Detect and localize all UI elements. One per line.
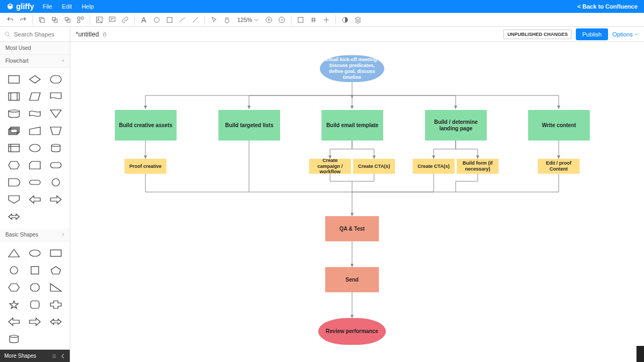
node-build-landing[interactable]: Build / determine landing page xyxy=(425,110,487,141)
line-tool-icon[interactable] xyxy=(189,14,201,26)
shape-arrow-r[interactable] xyxy=(25,314,44,329)
shape-arrow-l[interactable] xyxy=(4,314,23,329)
shape-multi-doc[interactable] xyxy=(4,123,23,138)
image-icon[interactable] xyxy=(93,14,105,26)
back-to-confluence-link[interactable]: < Back to Confluence xyxy=(577,3,638,10)
node-review[interactable]: Review performance xyxy=(318,318,386,345)
shape-triangle[interactable] xyxy=(4,246,23,261)
pan-tool-icon[interactable] xyxy=(221,14,233,26)
fit-icon[interactable] xyxy=(295,14,306,26)
shape-pentagon[interactable] xyxy=(47,263,65,278)
shape-manual-op[interactable] xyxy=(47,123,65,138)
search-shapes[interactable] xyxy=(0,27,70,42)
shape-tape[interactable] xyxy=(25,106,44,121)
undo-icon[interactable] xyxy=(4,14,16,26)
shape-arrow-both[interactable] xyxy=(47,314,65,329)
shape-terminator[interactable] xyxy=(47,158,65,173)
shape-hexagon[interactable] xyxy=(4,158,23,173)
shape-square[interactable] xyxy=(25,263,44,278)
link-icon[interactable] xyxy=(119,14,131,26)
shape-offpage[interactable] xyxy=(4,192,23,207)
zoom-level[interactable]: 125% xyxy=(234,17,262,23)
diagram-canvas[interactable]: Email kick-off meeting: Discuss predicat… xyxy=(70,42,644,362)
shape-database[interactable] xyxy=(4,106,23,121)
shape-circle-basic[interactable] xyxy=(4,263,23,278)
node-write-content[interactable]: Write content xyxy=(528,110,590,141)
close-icon[interactable]: × xyxy=(61,232,64,238)
node-create-campaign[interactable]: Create campaign / workflow xyxy=(309,159,351,174)
menu-edit[interactable]: Edit xyxy=(62,3,72,10)
zoom-in-icon[interactable] xyxy=(263,14,275,26)
snap-icon[interactable] xyxy=(320,14,332,26)
layers-icon[interactable] xyxy=(352,14,364,26)
node-qa-test[interactable]: QA & Test xyxy=(325,216,379,241)
shape-arrow-right[interactable] xyxy=(47,192,65,207)
section-label: Basic Shapes xyxy=(5,232,38,238)
shape-diamond[interactable] xyxy=(25,72,44,87)
square-tool-icon[interactable] xyxy=(164,14,175,26)
connector-tool-icon[interactable] xyxy=(177,14,188,26)
shape-oval[interactable] xyxy=(25,246,44,261)
bring-forward-icon[interactable] xyxy=(49,14,61,26)
node-build-form[interactable]: Build form (if necessary) xyxy=(457,159,499,174)
zoom-out-icon[interactable] xyxy=(276,14,288,26)
options-link[interactable]: Options xyxy=(612,31,639,38)
theme-icon[interactable] xyxy=(339,14,351,26)
shape-cylinder[interactable] xyxy=(47,141,65,156)
shape-star[interactable] xyxy=(4,297,23,312)
shape-rounded-square[interactable] xyxy=(25,297,44,312)
section-most-used[interactable]: Most Used xyxy=(0,42,70,55)
node-proof-creative[interactable]: Proof creative xyxy=(125,159,166,174)
node-build-template[interactable]: Build email template xyxy=(321,110,383,141)
logo[interactable]: gliffy xyxy=(6,2,34,11)
redo-icon[interactable] xyxy=(17,14,29,26)
close-icon[interactable]: × xyxy=(61,58,64,64)
shape-rounded-rect[interactable] xyxy=(47,72,65,87)
section-label: Flowchart xyxy=(5,58,28,64)
node-create-cta2[interactable]: Create CTA(s) xyxy=(413,159,455,174)
menu-file[interactable]: File xyxy=(42,3,52,10)
circle-tool-icon[interactable] xyxy=(151,14,163,26)
shape-ellipse[interactable] xyxy=(25,141,44,156)
send-backward-icon[interactable] xyxy=(62,14,74,26)
shape-cross[interactable] xyxy=(47,297,65,312)
note-icon[interactable] xyxy=(106,14,118,26)
shape-triangle-down[interactable] xyxy=(47,106,65,121)
shape-document[interactable] xyxy=(47,89,65,104)
shape-arrow-left[interactable] xyxy=(25,192,44,207)
document-title[interactable]: *untitled xyxy=(70,31,107,38)
node-edit-content[interactable]: Edit / proof Content xyxy=(538,159,580,174)
scrollbar-indicator[interactable] xyxy=(636,346,644,362)
menu-help[interactable]: Help xyxy=(82,3,94,10)
shape-circle[interactable] xyxy=(47,175,65,190)
group-icon[interactable] xyxy=(75,14,86,26)
section-flowchart[interactable]: Flowchart × xyxy=(0,55,70,68)
node-create-cta1[interactable]: Create CTA(s) xyxy=(353,159,395,174)
node-build-creative[interactable]: Build creative assets xyxy=(115,110,177,141)
shape-card[interactable] xyxy=(25,158,44,173)
section-basic-shapes[interactable]: Basic Shapes × xyxy=(0,228,70,241)
text-icon[interactable]: A xyxy=(138,14,150,26)
shape-predefined[interactable] xyxy=(4,89,23,104)
shape-octagon[interactable] xyxy=(25,280,44,295)
shape-hexagon-basic[interactable] xyxy=(4,280,23,295)
shape-arrow-bidir[interactable] xyxy=(4,209,23,224)
publish-button[interactable]: Publish xyxy=(576,28,608,40)
grid-icon[interactable] xyxy=(308,14,319,26)
shape-rect-basic[interactable] xyxy=(47,246,65,261)
more-shapes-button[interactable]: More Shapes xyxy=(0,350,70,362)
copy-icon[interactable] xyxy=(36,14,48,26)
shape-delay[interactable] xyxy=(4,175,23,190)
shape-manual-input[interactable] xyxy=(25,123,44,138)
shape-rectangle[interactable] xyxy=(4,72,23,87)
search-input[interactable] xyxy=(14,31,62,38)
node-kickoff[interactable]: Email kick-off meeting: Discuss predicat… xyxy=(320,55,384,82)
shape-pill[interactable] xyxy=(25,175,44,190)
node-send[interactable]: Send xyxy=(325,267,379,292)
shape-internal-storage[interactable] xyxy=(4,141,23,156)
shape-right-triangle[interactable] xyxy=(47,280,65,295)
shape-io[interactable] xyxy=(25,89,44,104)
shape-cylinder-basic[interactable] xyxy=(4,331,23,346)
node-build-lists[interactable]: Build targeted lists xyxy=(218,110,280,141)
pointer-tool-icon[interactable] xyxy=(208,14,220,26)
